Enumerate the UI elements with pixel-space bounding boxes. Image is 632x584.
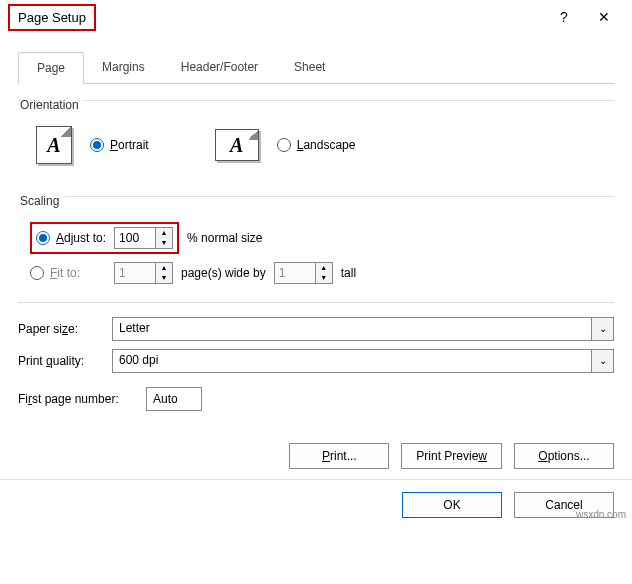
titlebar: Page Setup ? ✕ [0,0,632,34]
chevron-down-icon: ⌄ [591,318,613,340]
adjust-to-label: Adjust to: [56,231,106,245]
spin-down-icon[interactable]: ▼ [316,273,332,283]
fit-to-radio[interactable]: Fit to: [30,266,106,280]
paper-size-value: Letter [113,318,591,340]
landscape-radio[interactable]: Landscape [277,138,356,152]
ok-button[interactable]: OK [402,492,502,518]
portrait-page-icon: A [36,126,72,164]
radio-dot-icon [30,266,44,280]
first-page-input[interactable] [146,387,202,411]
orientation-group-label: Orientation [20,98,79,112]
spin-up-icon[interactable]: ▲ [316,263,332,273]
chevron-down-icon: ⌄ [591,350,613,372]
fit-wide-spinner[interactable]: ▲▼ [114,262,173,284]
print-button[interactable]: Print... [289,443,389,469]
tab-page[interactable]: Page [18,52,84,84]
landscape-page-icon: A [215,129,259,161]
tab-margins[interactable]: Margins [84,52,163,83]
help-button[interactable]: ? [544,0,584,34]
tab-header-footer[interactable]: Header/Footer [163,52,276,83]
fit-tall-input[interactable] [274,262,316,284]
adjust-to-input[interactable] [114,227,156,249]
print-quality-combo[interactable]: 600 dpi ⌄ [112,349,614,373]
spin-up-icon[interactable]: ▲ [156,228,172,238]
adjust-to-suffix: % normal size [187,231,262,245]
fit-mid-label: page(s) wide by [181,266,266,280]
adjust-to-radio[interactable]: Adjust to: [36,231,106,245]
fit-tall-spinner[interactable]: ▲▼ [274,262,333,284]
tab-strip: Page Margins Header/Footer Sheet [18,52,614,84]
options-button[interactable]: Options... [514,443,614,469]
spin-up-icon[interactable]: ▲ [156,263,172,273]
portrait-radio-label: Portrait [110,138,149,152]
print-preview-button[interactable]: Print Preview [401,443,502,469]
spin-down-icon[interactable]: ▼ [156,273,172,283]
adjust-to-highlight: Adjust to: ▲▼ [30,222,179,254]
print-quality-label: Print quality: [18,354,104,368]
watermark: wsxdn.com [576,509,626,520]
landscape-radio-label: Landscape [297,138,356,152]
first-page-label: First page number: [18,392,138,406]
print-quality-value: 600 dpi [113,350,591,372]
fit-wide-input[interactable] [114,262,156,284]
dialog-footer: OK Cancel [0,479,632,530]
orientation-row: A Portrait A Landscape [18,116,614,170]
portrait-radio[interactable]: Portrait [90,138,149,152]
spin-down-icon[interactable]: ▼ [156,238,172,248]
scaling-group-label: Scaling [20,194,59,208]
paper-size-label: Paper size: [18,322,104,336]
tab-sheet[interactable]: Sheet [276,52,343,83]
fit-tall-suffix: tall [341,266,356,280]
close-button[interactable]: ✕ [584,0,624,34]
radio-dot-icon [90,138,104,152]
adjust-to-spinner[interactable]: ▲▼ [114,227,173,249]
paper-size-combo[interactable]: Letter ⌄ [112,317,614,341]
radio-dot-icon [277,138,291,152]
dialog-title: Page Setup [8,4,96,31]
fit-to-label: Fit to: [50,266,80,280]
radio-dot-icon [36,231,50,245]
